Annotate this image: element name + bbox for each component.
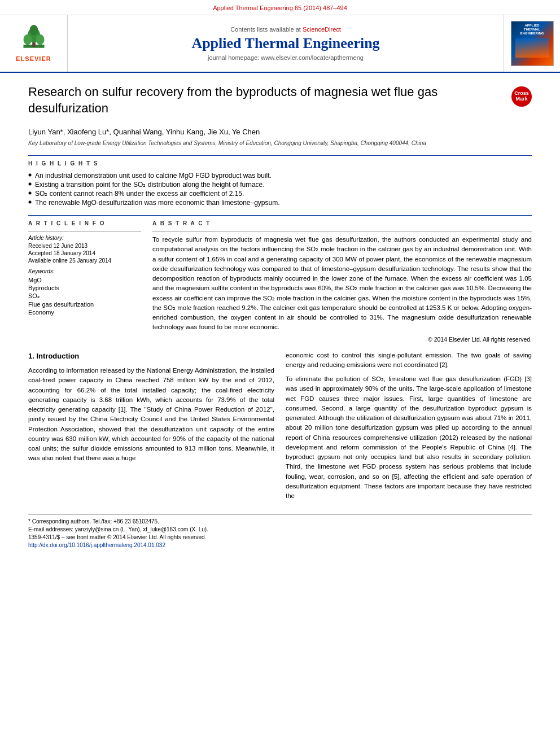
footnotes: * Corresponding authors. Tel./fax: +86 2… — [28, 514, 532, 548]
cover-title-line1: APPLIED — [524, 24, 539, 28]
journal-ref: Applied Thermal Engineering 65 (2014) 48… — [213, 5, 347, 11]
journal-cover: APPLIED THERMAL ENGINEERING — [504, 15, 560, 72]
keywords-label: Keywords: — [28, 268, 141, 274]
keyword-byproducts: Byproducts — [28, 285, 141, 291]
paper-title: Research on sulfur recovery from the byp… — [28, 84, 532, 116]
article-info: A R T I C L E I N F O Article history: R… — [28, 220, 141, 343]
email-note: E-mail addresses: yanziyly@sina.cn (L. Y… — [28, 526, 532, 532]
abstract-label: A B S T R A C T — [152, 220, 532, 226]
journal-header-center: Contents lists available at ScienceDirec… — [68, 15, 504, 72]
highlight-item: SO₂ content cannot reach 8% under the ex… — [28, 189, 532, 198]
article-info-label: A R T I C L E I N F O — [28, 220, 141, 226]
intro-heading: 1. Introduction — [28, 351, 274, 362]
highlights-list: An industrial demonstration unit used to… — [28, 171, 532, 207]
highlight-item: Existing a transition point for the SO₂ … — [28, 180, 532, 189]
issn-note: 1359-4311/$ – see front matter © 2014 El… — [28, 534, 532, 540]
highlights-label: H I G H L I G H T S — [28, 160, 532, 167]
authors-text: Liyun Yan*, Xiaofeng Lu*, Quanhai Wang, … — [28, 128, 260, 136]
keyword-so2: SO₂ — [28, 292, 141, 300]
right-column: economic cost to control this single-pol… — [286, 351, 532, 506]
cover-image: APPLIED THERMAL ENGINEERING — [511, 21, 554, 66]
paper-title-section: CrossMark Research on sulfur recovery fr… — [28, 84, 532, 122]
corresponding-note: * Corresponding authors. Tel./fax: +86 2… — [28, 518, 532, 525]
sciencedirect-line: Contents lists available at ScienceDirec… — [230, 26, 341, 33]
received-date: Received 12 June 2013 — [28, 243, 141, 249]
doi-link[interactable]: http://dx.doi.org/10.1016/j.applthermale… — [28, 542, 532, 548]
available-date: Available online 25 January 2014 — [28, 257, 141, 264]
doi-anchor[interactable]: http://dx.doi.org/10.1016/j.applthermale… — [28, 542, 165, 548]
journal-title: Applied Thermal Engineering — [191, 35, 379, 52]
intro-para1: According to information released by the… — [28, 366, 274, 464]
keyword-mgo: MgO — [28, 277, 141, 283]
publisher-logo: ELSEVIER — [0, 15, 68, 72]
intro-para2: economic cost to control this single-pol… — [286, 351, 532, 370]
elsevier-logo: ELSEVIER — [16, 25, 51, 62]
authors-line: Liyun Yan*, Xiaofeng Lu*, Quanhai Wang, … — [28, 128, 532, 136]
highlight-item: The renewable MgO-desulfurization was mo… — [28, 198, 532, 207]
abstract-section: A B S T R A C T To recycle sulfur from b… — [152, 220, 532, 343]
svg-point-3 — [23, 34, 32, 45]
highlight-item: An industrial demonstration unit used to… — [28, 171, 532, 180]
affiliation: Key Laboratory of Low-grade Energy Utili… — [28, 139, 532, 147]
copyright: © 2014 Elsevier Ltd. All rights reserved… — [152, 336, 532, 343]
article-info-divider — [28, 215, 532, 216]
svg-point-4 — [36, 34, 44, 45]
top-bar: Applied Thermal Engineering 65 (2014) 48… — [0, 0, 560, 15]
left-column: 1. Introduction According to information… — [28, 351, 274, 506]
main-content: CrossMark Research on sulfur recovery fr… — [0, 73, 560, 556]
intro-para3: To eliminate the pollution of SO₂, limes… — [286, 374, 532, 501]
journal-header: ELSEVIER Contents lists available at Sci… — [0, 15, 560, 73]
svg-point-5 — [29, 25, 38, 36]
keyword-economy: Economy — [28, 309, 141, 316]
highlights-divider — [28, 155, 532, 156]
cover-title-line2: THERMAL — [524, 28, 540, 32]
sciencedirect-link-text[interactable]: ScienceDirect — [303, 26, 341, 33]
journal-homepage: journal homepage: www.elsevier.com/locat… — [208, 54, 364, 61]
keyword-fgd: Flue gas desulfurization — [28, 301, 141, 308]
cover-title-line3: ENGINEERING — [520, 32, 544, 36]
body-content: 1. Introduction According to information… — [28, 351, 532, 506]
article-info-abstract-section: A R T I C L E I N F O Article history: R… — [28, 220, 532, 343]
crossmark-badge[interactable]: CrossMark — [511, 86, 532, 107]
history-label: Article history: — [28, 235, 141, 241]
abstract-text: To recycle sulfur from byproducts of mag… — [152, 235, 532, 333]
accepted-date: Accepted 18 January 2014 — [28, 250, 141, 256]
elsevier-text: ELSEVIER — [16, 55, 51, 62]
